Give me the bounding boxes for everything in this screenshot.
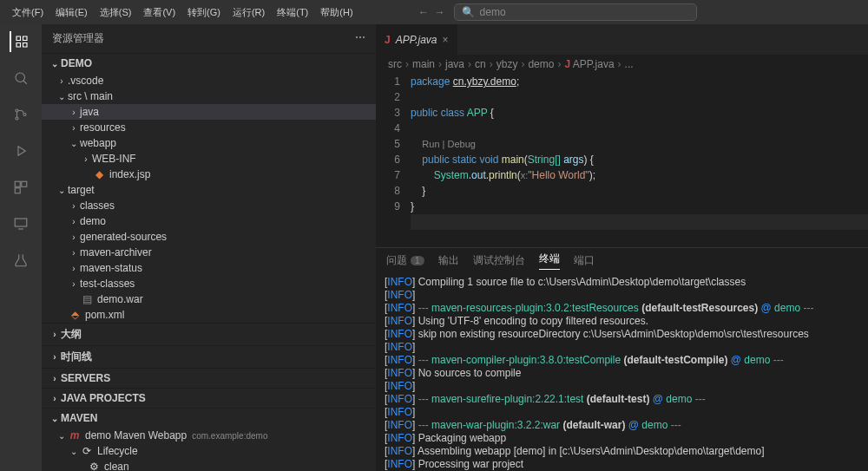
more-icon[interactable]: ⋯ <box>355 31 365 46</box>
section-servers[interactable]: ›SERVERS <box>42 368 376 388</box>
gear-icon: ⚙ <box>87 461 101 471</box>
file-indexjsp[interactable]: ◆index.jsp <box>42 167 376 182</box>
folder-resources[interactable]: ›resources <box>42 120 376 135</box>
menu-item[interactable]: 帮助(H) <box>315 3 358 22</box>
close-icon[interactable]: × <box>443 34 449 46</box>
breadcrumb-item[interactable]: cn <box>475 58 486 70</box>
panel-tab-terminal[interactable]: 终端 <box>539 252 560 270</box>
terminal-output[interactable]: [INFO] Compiling 1 source file to c:\Use… <box>376 272 868 471</box>
code-editor[interactable]: 123456789 package cn.ybzy.demo; public c… <box>376 74 868 247</box>
breadcrumb-item[interactable]: src <box>388 58 402 70</box>
title-bar: 文件(F)编辑(E)选择(S)查看(V)转到(G)运行(R)终端(T)帮助(H)… <box>0 0 868 24</box>
command-center[interactable]: 🔍 demo <box>454 3 697 21</box>
cycle-icon: ⟳ <box>80 445 94 457</box>
maven-project[interactable]: ⌄mdemo Maven Webappcom.example:demo <box>42 428 376 443</box>
search-icon: 🔍 <box>462 6 475 18</box>
project-root[interactable]: ⌄DEMO <box>42 53 376 73</box>
section-timeline[interactable]: ›时间线 <box>42 345 376 368</box>
folder-java[interactable]: ›java <box>42 104 376 120</box>
java-icon: J <box>385 34 391 46</box>
section-outline[interactable]: ›大纲 <box>42 323 376 345</box>
folder-gensrc[interactable]: ›generated-sources <box>42 229 376 245</box>
menu-item[interactable]: 运行(R) <box>227 3 270 22</box>
folder-target[interactable]: ⌄target <box>42 182 376 198</box>
svg-point-0 <box>16 73 25 82</box>
menu-bar: 文件(F)编辑(E)选择(S)查看(V)转到(G)运行(R)终端(T)帮助(H) <box>7 3 358 22</box>
panel: 问题1 输出 调试控制台 终端 端口 [INFO] Compiling 1 so… <box>376 247 868 471</box>
svg-rect-7 <box>15 219 27 226</box>
breadcrumb-item[interactable]: J APP.java <box>564 58 614 70</box>
menu-item[interactable]: 编辑(E) <box>50 3 93 22</box>
debug-icon[interactable] <box>10 141 31 161</box>
folder-mvnarch[interactable]: ›maven-archiver <box>42 245 376 260</box>
svg-point-1 <box>16 109 18 112</box>
editor-area: J APP.java × src›main›java›cn›ybzy›demo›… <box>376 24 868 471</box>
breadcrumb-item[interactable]: ... <box>625 58 634 70</box>
nav-arrows[interactable]: ← → <box>418 6 445 18</box>
file-pom[interactable]: ⬘pom.xml <box>42 307 376 323</box>
archive-icon: ▤ <box>80 293 94 305</box>
folder-demo[interactable]: ›demo <box>42 213 376 229</box>
maven-icon: m <box>68 429 82 442</box>
breadcrumb-item[interactable]: main <box>412 58 435 70</box>
menu-item[interactable]: 查看(V) <box>138 3 181 22</box>
breadcrumb-item[interactable]: ybzy <box>496 58 518 70</box>
remote-icon[interactable] <box>10 213 31 234</box>
menu-item[interactable]: 转到(G) <box>182 3 226 22</box>
menu-item[interactable]: 文件(F) <box>7 3 49 22</box>
folder-vscode[interactable]: ›.vscode <box>42 73 376 88</box>
extensions-icon[interactable] <box>10 177 31 198</box>
menu-item[interactable]: 终端(T) <box>272 3 313 22</box>
folder-webinf[interactable]: ›WEB-INF <box>42 151 376 167</box>
folder-testcls[interactable]: ›test-classes <box>42 276 376 291</box>
svg-rect-4 <box>15 181 20 186</box>
panel-tab-output[interactable]: 输出 <box>438 253 459 268</box>
maven-lifecycle[interactable]: ⌄⟳Lifecycle <box>42 443 376 459</box>
section-maven[interactable]: ⌄MAVEN <box>42 408 376 428</box>
menu-item[interactable]: 选择(S) <box>95 3 137 22</box>
svg-rect-5 <box>22 181 27 186</box>
tab-label: APP.java <box>396 34 437 46</box>
svg-point-2 <box>16 117 18 120</box>
search-icon[interactable] <box>10 68 31 88</box>
sidebar: 资源管理器 ⋯ ⌄DEMO ›.vscode ⌄src \ main ›java… <box>42 24 376 471</box>
code-content[interactable]: package cn.ybzy.demo; public class APP {… <box>411 74 868 247</box>
activity-bar <box>0 24 42 471</box>
folder-src-main[interactable]: ⌄src \ main <box>42 88 376 104</box>
explorer-icon[interactable] <box>10 31 30 52</box>
svg-rect-6 <box>15 188 20 193</box>
file-icon: ◆ <box>92 168 106 180</box>
panel-tab-problems[interactable]: 问题1 <box>386 253 424 268</box>
file-demowar[interactable]: ▤demo.war <box>42 291 376 307</box>
tab-bar: J APP.java × <box>376 24 868 55</box>
scm-icon[interactable] <box>10 104 31 125</box>
xml-icon: ⬘ <box>68 309 82 321</box>
breadcrumb-item[interactable]: demo <box>528 58 554 70</box>
panel-tab-debug[interactable]: 调试控制台 <box>473 253 525 268</box>
section-javaproj[interactable]: ›JAVA PROJECTS <box>42 388 376 408</box>
breadcrumb-item[interactable]: java <box>445 58 464 70</box>
sidebar-title: 资源管理器 <box>52 31 104 46</box>
breadcrumb[interactable]: src›main›java›cn›ybzy›demo›J APP.java›..… <box>376 55 868 74</box>
folder-webapp[interactable]: ⌄webapp <box>42 135 376 151</box>
folder-mvnstat[interactable]: ›maven-status <box>42 260 376 276</box>
maven-phase-clean[interactable]: ⚙clean <box>42 459 376 471</box>
panel-tabs: 问题1 输出 调试控制台 终端 端口 <box>376 248 868 272</box>
testing-icon[interactable] <box>10 250 31 271</box>
gutter: 123456789 <box>376 74 411 247</box>
tab-app-java[interactable]: J APP.java × <box>376 24 458 55</box>
sidebar-header: 资源管理器 ⋯ <box>42 24 376 53</box>
file-tree: ⌄DEMO ›.vscode ⌄src \ main ›java ›resour… <box>42 53 376 471</box>
search-text: demo <box>480 6 506 18</box>
panel-tab-ports[interactable]: 端口 <box>574 253 595 268</box>
folder-classes[interactable]: ›classes <box>42 198 376 213</box>
svg-point-3 <box>23 114 26 116</box>
